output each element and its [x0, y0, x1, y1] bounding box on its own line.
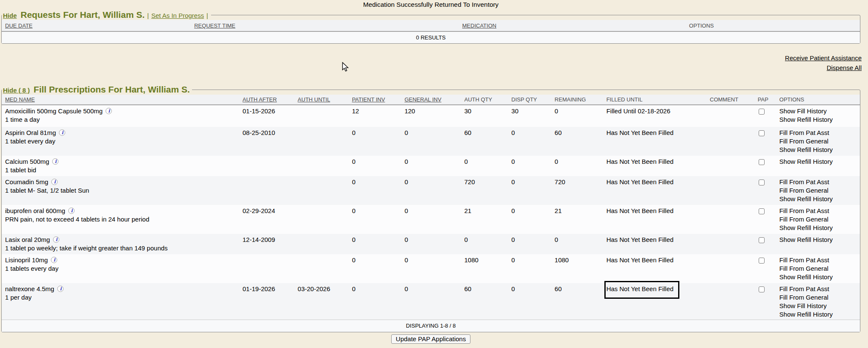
pap-checkbox[interactable]	[759, 258, 765, 264]
col-medication[interactable]: MEDICATION	[459, 20, 686, 31]
pap-checkbox[interactable]	[759, 159, 765, 165]
col-general-inv[interactable]: GENERAL INV	[401, 95, 461, 105]
auth-qty-cell: 0	[461, 234, 508, 254]
option-link[interactable]: Fill From Pat Asst	[779, 285, 857, 293]
disp-qty-cell: 0	[508, 254, 551, 283]
prescription-row: Lisinopril 10mgi 1 tablets every day 0 0…	[2, 254, 860, 283]
col-request-time[interactable]: REQUEST TIME	[191, 20, 459, 31]
filled-until-cell: Has Not Yet Been Filled	[603, 254, 707, 283]
disp-qty-cell: 0	[508, 283, 551, 320]
option-link[interactable]: Fill From General	[779, 293, 857, 302]
pap-cell	[754, 127, 776, 156]
patient-inv-cell: 0	[348, 234, 401, 254]
requests-section: HideRequests For Hart, William S. | Set …	[1, 10, 860, 44]
comment-cell	[707, 105, 754, 127]
disp-qty-cell: 0	[508, 176, 551, 205]
remaining-cell: 60	[551, 127, 603, 156]
info-icon[interactable]: i	[106, 108, 112, 114]
pap-checkbox[interactable]	[759, 237, 765, 243]
options-cell: Show Refill History	[776, 234, 860, 254]
pap-checkbox[interactable]	[759, 180, 765, 185]
page: Medication Successfully Returned To Inve…	[0, 0, 860, 344]
fill-legend: Hide ( 8 )Fill Prescriptions For Hart, W…	[2, 84, 192, 95]
med-sig: 1 tablet every day	[5, 137, 236, 146]
med-name-line: naltrexone 4.5mgi	[5, 285, 236, 293]
option-link[interactable]: Show Refill History	[779, 224, 857, 232]
general-inv-cell: 0	[401, 234, 461, 254]
auth-until-cell	[294, 105, 348, 127]
pap-checkbox[interactable]	[759, 208, 765, 214]
option-link[interactable]: Fill From General	[779, 215, 857, 224]
info-icon[interactable]: i	[51, 179, 58, 185]
pap-cell	[754, 254, 776, 283]
requests-legend: HideRequests For Hart, William S. | Set …	[2, 10, 211, 20]
fill-hide-link[interactable]: Hide ( 8 )	[3, 87, 30, 94]
med-name-line: Amoxicillin 500mg Capsule 500mgi	[5, 107, 236, 115]
dispense-all-link[interactable]: Dispense All	[1, 63, 862, 73]
info-icon[interactable]: i	[68, 208, 75, 214]
col-auth-after[interactable]: AUTH AFTER	[239, 95, 294, 105]
general-inv-cell: 120	[401, 105, 461, 127]
filled-until-cell: Has Not Yet Been Filled	[603, 283, 707, 320]
fill-header-row: MED NAME AUTH AFTER AUTH UNTIL PATIENT I…	[2, 95, 860, 105]
col-auth-qty: AUTH QTY	[461, 95, 508, 105]
option-link[interactable]: Fill From General	[779, 137, 857, 146]
fill-prescriptions-section: Hide ( 8 )Fill Prescriptions For Hart, W…	[1, 84, 860, 332]
option-link[interactable]: Fill From Pat Asst	[779, 129, 857, 137]
option-link[interactable]: Show Fill History	[779, 107, 857, 115]
col-due-date[interactable]: DUE DATE	[2, 20, 191, 31]
option-link[interactable]: Show Refill History	[779, 310, 857, 319]
pap-checkbox[interactable]	[759, 286, 765, 292]
fill-table: MED NAME AUTH AFTER AUTH UNTIL PATIENT I…	[2, 95, 860, 332]
prescription-row: Lasix oral 20mgi 1 tablet po weekly; tak…	[2, 234, 860, 254]
option-link[interactable]: Show Refill History	[779, 236, 857, 244]
pap-cell	[754, 176, 776, 205]
med-name: Lisinopril 10mg	[5, 256, 48, 264]
option-link[interactable]: Show Refill History	[779, 195, 857, 203]
option-link[interactable]: Show Refill History	[779, 157, 857, 166]
filled-until-text: Has Not Yet Been Filled	[606, 207, 673, 214]
option-link[interactable]: Fill From Pat Asst	[779, 178, 857, 186]
option-link[interactable]: Show Refill History	[779, 273, 857, 281]
option-link[interactable]: Fill From General	[779, 186, 857, 195]
filled-until-cell: Has Not Yet Been Filled	[603, 176, 707, 205]
option-link[interactable]: Fill From General	[779, 264, 857, 273]
auth-until-cell	[294, 176, 348, 205]
med-name: ibuprofen oral 600mg	[5, 207, 65, 214]
auth-qty-cell: 60	[461, 283, 508, 320]
pap-checkbox[interactable]	[759, 109, 765, 115]
col-med-name[interactable]: MED NAME	[2, 95, 239, 105]
set-as-in-progress-link[interactable]: Set As In Progress	[151, 12, 204, 19]
med-sig: 1 time a day	[5, 115, 236, 124]
col-auth-until[interactable]: AUTH UNTIL	[294, 95, 348, 105]
pap-cell	[754, 156, 776, 176]
general-inv-cell: 0	[401, 205, 461, 234]
remaining-cell: 720	[551, 176, 603, 205]
option-link[interactable]: Fill From Pat Asst	[779, 256, 857, 264]
col-patient-inv[interactable]: PATIENT INV	[348, 95, 401, 105]
status-message: Medication Successfully Returned To Inve…	[1, 1, 860, 8]
info-icon[interactable]: i	[52, 158, 58, 165]
info-icon[interactable]: i	[59, 129, 65, 136]
col-comment: COMMENT	[707, 95, 754, 105]
pap-checkbox[interactable]	[759, 130, 765, 136]
option-link[interactable]: Show Refill History	[779, 115, 857, 124]
comment-cell	[707, 176, 754, 205]
info-icon[interactable]: i	[53, 236, 59, 243]
filled-until-text: Has Not Yet Been Filled	[606, 178, 673, 185]
option-link[interactable]: Show Fill History	[779, 302, 857, 310]
patient-inv-cell: 0	[348, 176, 401, 205]
med-sig: 1 tablet po weekly; take if weight great…	[5, 244, 236, 253]
med-name-cell: Coumadin 5mgi 1 tablet M- Sat, 1/2 table…	[2, 176, 239, 205]
med-sig: 1 per day	[5, 293, 236, 302]
option-link[interactable]: Fill From Pat Asst	[779, 207, 857, 215]
requests-hide-link[interactable]: Hide	[3, 12, 17, 19]
receive-patient-assistance-link[interactable]: Receive Patient Assistance	[1, 53, 862, 63]
filled-until-cell: Has Not Yet Been Filled	[603, 156, 707, 176]
option-link[interactable]: Show Refill History	[779, 146, 857, 154]
info-icon[interactable]: i	[57, 286, 64, 292]
update-pap-applications-button[interactable]: Update PAP Applications	[391, 334, 470, 344]
info-icon[interactable]: i	[51, 257, 57, 263]
requests-title: Requests For Hart, William S.	[21, 10, 145, 20]
displaying-text: DISPLAYING 1-8 / 8	[2, 320, 860, 332]
